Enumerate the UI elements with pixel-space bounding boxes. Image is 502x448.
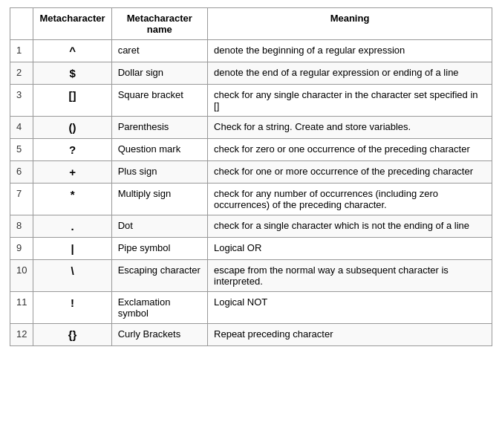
cell-meaning: check for any single character in the ch…	[208, 85, 492, 117]
cell-num: 12	[10, 324, 33, 346]
table-row: 3[]Square bracketcheck for any single ch…	[10, 85, 492, 117]
cell-symbol: |	[33, 238, 111, 260]
cell-symbol: !	[33, 292, 111, 324]
cell-name: Multiply sign	[111, 184, 207, 215]
cell-name: Curly Brackets	[111, 324, 207, 346]
cell-symbol: ()	[33, 117, 111, 139]
cell-symbol: $	[33, 62, 111, 85]
cell-name: Plus sign	[111, 161, 207, 184]
col-header-metachar: Metacharacter	[33, 8, 111, 40]
cell-num: 9	[10, 238, 33, 260]
cell-name: Dot	[111, 215, 207, 238]
cell-symbol: ?	[33, 139, 111, 161]
col-header-num	[10, 8, 33, 40]
table-row: 9|Pipe symbolLogical OR	[10, 238, 492, 260]
cell-meaning: Logical NOT	[208, 292, 492, 324]
cell-symbol: *	[33, 184, 111, 215]
cell-meaning: check for one or more occurrence of the …	[208, 161, 492, 184]
cell-num: 7	[10, 184, 33, 215]
table-row: 5?Question markcheck for zero or one occ…	[10, 139, 492, 161]
table-row: 4()ParenthesisCheck for a string. Create…	[10, 117, 492, 139]
cell-name: Dollar sign	[111, 62, 207, 85]
col-header-meaning: Meaning	[208, 8, 492, 40]
cell-meaning: check for a single character which is no…	[208, 215, 492, 238]
cell-num: 1	[10, 40, 33, 62]
cell-symbol: []	[33, 85, 111, 117]
cell-meaning: Logical OR	[208, 238, 492, 260]
table-row: 11!Exclamation symbolLogical NOT	[10, 292, 492, 324]
cell-symbol: \	[33, 260, 111, 292]
cell-name: Pipe symbol	[111, 238, 207, 260]
cell-name: Square bracket	[111, 85, 207, 117]
cell-num: 3	[10, 85, 33, 117]
cell-meaning: escape from the normal way a subsequent …	[208, 260, 492, 292]
cell-num: 2	[10, 62, 33, 85]
cell-symbol: +	[33, 161, 111, 184]
cell-num: 10	[10, 260, 33, 292]
cell-num: 8	[10, 215, 33, 238]
cell-meaning: Check for a string. Create and store var…	[208, 117, 492, 139]
table-row: 10\Escaping characterescape from the nor…	[10, 260, 492, 292]
table-row: 1^caretdenote the beginning of a regular…	[10, 40, 492, 62]
table-row: 6+Plus signcheck for one or more occurre…	[10, 161, 492, 184]
cell-name: Question mark	[111, 139, 207, 161]
cell-name: caret	[111, 40, 207, 62]
cell-symbol: ^	[33, 40, 111, 62]
cell-meaning: check for any number of occurrences (inc…	[208, 184, 492, 215]
cell-meaning: denote the beginning of a regular expres…	[208, 40, 492, 62]
col-header-name: Metacharacter name	[111, 8, 207, 40]
cell-meaning: check for zero or one occurrence of the …	[208, 139, 492, 161]
cell-symbol: {}	[33, 324, 111, 346]
cell-meaning: denote the end of a regular expression o…	[208, 62, 492, 85]
table-row: 8.Dotcheck for a single character which …	[10, 215, 492, 238]
cell-name: Parenthesis	[111, 117, 207, 139]
cell-num: 11	[10, 292, 33, 324]
cell-symbol: .	[33, 215, 111, 238]
table-row: 12{}Curly BracketsRepeat preceding chara…	[10, 324, 492, 346]
cell-num: 5	[10, 139, 33, 161]
cell-meaning: Repeat preceding character	[208, 324, 492, 346]
cell-num: 6	[10, 161, 33, 184]
cell-num: 4	[10, 117, 33, 139]
cell-name: Escaping character	[111, 260, 207, 292]
cell-name: Exclamation symbol	[111, 292, 207, 324]
table-row: 2$Dollar signdenote the end of a regular…	[10, 62, 492, 85]
table-row: 7*Multiply signcheck for any number of o…	[10, 184, 492, 215]
metacharacter-table: Metacharacter Metacharacter name Meaning…	[10, 7, 492, 346]
